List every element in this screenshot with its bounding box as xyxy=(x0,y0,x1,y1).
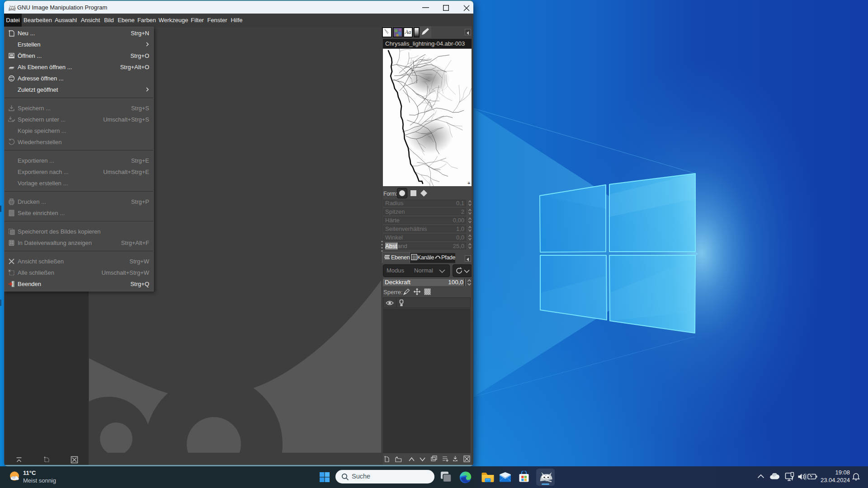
svg-text:+: + xyxy=(467,180,470,186)
